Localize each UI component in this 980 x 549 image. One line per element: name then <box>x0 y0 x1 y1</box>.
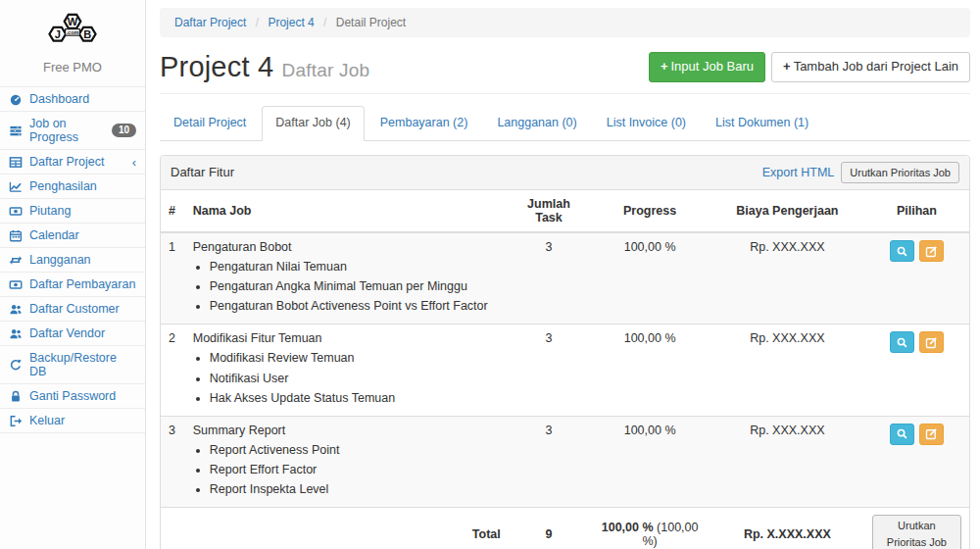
row-number: 3 <box>161 416 185 507</box>
subtask: Report Inspekta Level <box>210 480 501 498</box>
view-job-button[interactable] <box>890 331 914 353</box>
sidebar-item-label: Piutang <box>29 204 71 218</box>
col-jumlah-task: Jumlah Task <box>509 190 590 232</box>
subtask: Report Effort Factor <box>210 461 501 478</box>
jumlah-task-value: 3 <box>509 416 590 507</box>
subtask: Pengaturan Bobot Activeness Point vs Eff… <box>210 297 501 315</box>
sign-out-icon <box>9 415 23 427</box>
table-header-row: # Nama Job Jumlah Task Progress Biaya Pe… <box>161 190 969 232</box>
subtask: Report Activeness Point <box>210 441 501 459</box>
tab-pembayaran[interactable]: Pembayaran (2) <box>367 106 482 141</box>
edit-job-button[interactable] <box>919 240 944 262</box>
input-job-baru-button[interactable]: +Input Job Baru <box>649 52 765 81</box>
sidebar-item-keluar[interactable]: Keluar <box>0 409 145 433</box>
table-row: 1 Pengaturan Bobot Pengaturan Nilai Temu… <box>161 232 969 324</box>
table-row: 2 Modifikasi Fitur Temuan Modifikasi Rev… <box>161 324 969 416</box>
edit-icon <box>925 427 938 440</box>
urutkan-prioritas-job-button[interactable]: Urutkan Prioritas Job <box>872 515 961 549</box>
sidebar-item-label: Daftar Customer <box>29 302 120 316</box>
edit-icon <box>925 336 938 349</box>
subtask: Hak Akses Update Status Temuan <box>210 389 501 407</box>
col-number: # <box>161 190 185 232</box>
actions-cell <box>864 324 969 416</box>
breadcrumb-separator: / <box>318 16 332 29</box>
sidebar: J W B .com Free PMO Dashboard Job on Pro… <box>0 0 146 549</box>
urutkan-prioritas-job-button[interactable]: Urutkan Prioritas Job <box>841 162 959 184</box>
breadcrumb-separator: / <box>250 16 265 29</box>
actions-cell <box>864 232 969 324</box>
sidebar-item-label: Ganti Password <box>29 389 116 403</box>
total-tasks: 9 <box>509 508 590 549</box>
sidebar-item-daftar-vendor[interactable]: Daftar Vendor <box>0 322 145 346</box>
header-divider <box>160 93 970 94</box>
breadcrumb-current: Detail Project <box>336 16 406 29</box>
progress-value: 100,00 % <box>589 416 710 507</box>
row-number: 2 <box>161 324 185 416</box>
tambah-job-dari-project-lain-button[interactable]: +Tambah Job dari Project Lain <box>771 52 970 81</box>
tab-daftar-job[interactable]: Daftar Job (4) <box>262 106 364 141</box>
plus-icon: + <box>661 59 668 74</box>
sidebar-item-ganti-password[interactable]: Ganti Password <box>0 384 145 409</box>
page-subtitle: Daftar Job <box>282 60 370 80</box>
sidebar-item-penghasilan[interactable]: Penghasilan <box>0 175 145 199</box>
page-header: Project 4 Daftar Job +Input Job Baru +Ta… <box>160 51 970 83</box>
money-icon <box>9 205 23 218</box>
col-biaya-pengerjaan: Biaya Pengerjaan <box>710 190 864 232</box>
view-job-button[interactable] <box>890 424 914 445</box>
col-nama-job: Nama Job <box>185 190 509 232</box>
plus-icon: + <box>783 59 791 74</box>
subtask: Pengaturan Nilai Temuan <box>210 258 501 275</box>
total-label: Total <box>185 508 509 549</box>
sidebar-item-job-on-progress[interactable]: Job on Progress 10 <box>0 112 145 150</box>
biaya-value: Rp. XXX.XXX <box>710 416 864 507</box>
jumlah-task-value: 3 <box>509 232 590 324</box>
sidebar-item-daftar-customer[interactable]: Daftar Customer <box>0 297 145 322</box>
tab-list-invoice[interactable]: List Invoice (0) <box>593 106 700 141</box>
sidebar-item-dashboard[interactable]: Dashboard <box>0 87 145 112</box>
panel-title: Daftar Fitur <box>171 165 234 179</box>
header-buttons: +Input Job Baru +Tambah Job dari Project… <box>649 52 970 81</box>
tab-list-dokumen[interactable]: List Dokumen (1) <box>702 106 822 141</box>
svg-text:B: B <box>83 28 91 40</box>
sidebar-item-calendar[interactable]: Calendar <box>0 224 145 248</box>
sidebar-item-label: Daftar Project <box>29 155 104 169</box>
subtask: Notifikasi User <box>210 370 501 387</box>
edit-job-button[interactable] <box>919 424 944 445</box>
breadcrumb-project-4[interactable]: Project 4 <box>268 16 314 29</box>
col-progress: Progress <box>589 190 710 232</box>
subtask: Pengaturan Angka Minimal Temuan per Ming… <box>210 277 501 295</box>
jwb-logo[interactable]: J W B .com <box>0 0 145 60</box>
sidebar-item-daftar-pembayaran[interactable]: Daftar Pembayaran <box>0 273 145 297</box>
progress-value: 100,00 % <box>589 232 710 324</box>
tab-detail-project[interactable]: Detail Project <box>160 106 260 141</box>
subtask-list: Modifikasi Review Temuan Notifikasi User… <box>193 349 501 406</box>
progress-value: 100,00 % <box>589 324 710 416</box>
subtask: Modifikasi Review Temuan <box>210 349 501 367</box>
row-number: 1 <box>161 232 185 324</box>
line-chart-icon <box>9 180 23 193</box>
sidebar-item-langganan[interactable]: Langganan <box>0 248 145 273</box>
sidebar-nav: Dashboard Job on Progress 10 Daftar Proj… <box>0 86 145 433</box>
view-job-button[interactable] <box>890 240 914 262</box>
job-name: Pengaturan Bobot <box>193 240 292 254</box>
total-row: Total 9 100,00 % (100,00 %) Rp. X.XXX.XX… <box>161 508 969 549</box>
repeat-icon <box>9 254 23 267</box>
breadcrumb-daftar-project[interactable]: Daftar Project <box>174 16 246 29</box>
sidebar-item-label: Dashboard <box>29 92 89 106</box>
total-progress: 100,00 % (100,00 %) <box>589 508 710 549</box>
export-html-link[interactable]: Export HTML <box>762 166 835 179</box>
search-icon <box>896 245 908 258</box>
job-name: Modifikasi Fitur Temuan <box>193 331 322 345</box>
sidebar-item-label: Backup/Restore DB <box>29 351 136 378</box>
col-pilihan: Pilihan <box>864 190 969 232</box>
main-content: Daftar Project / Project 4 / Detail Proj… <box>146 0 980 549</box>
edit-job-button[interactable] <box>919 331 944 353</box>
sidebar-item-daftar-project[interactable]: Daftar Project ‹ <box>0 150 145 175</box>
sidebar-item-backup-restore-db[interactable]: Backup/Restore DB <box>0 346 145 384</box>
sidebar-item-piutang[interactable]: Piutang <box>0 199 145 224</box>
tab-langganan[interactable]: Langganan (0) <box>483 106 590 141</box>
job-name-cell: Summary Report Report Activeness Point R… <box>185 416 509 507</box>
actions-cell <box>864 416 969 507</box>
job-count-badge: 10 <box>112 124 136 137</box>
jwb-hexagon-logo-icon: J W B .com <box>34 8 111 55</box>
